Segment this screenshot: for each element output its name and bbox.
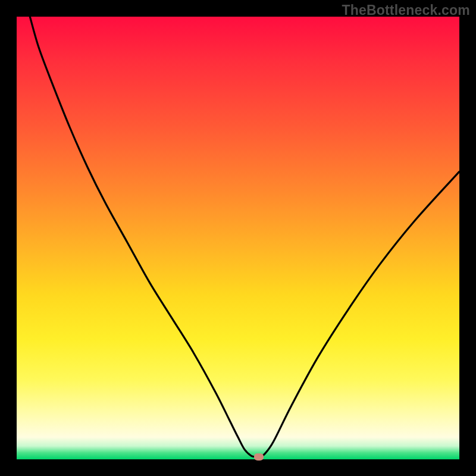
chart-frame: TheBottleneck.com	[0, 0, 476, 476]
optimal-point-marker	[254, 453, 264, 461]
plot-area	[17, 17, 459, 459]
bottleneck-curve	[17, 17, 459, 459]
watermark-text: TheBottleneck.com	[342, 2, 470, 18]
